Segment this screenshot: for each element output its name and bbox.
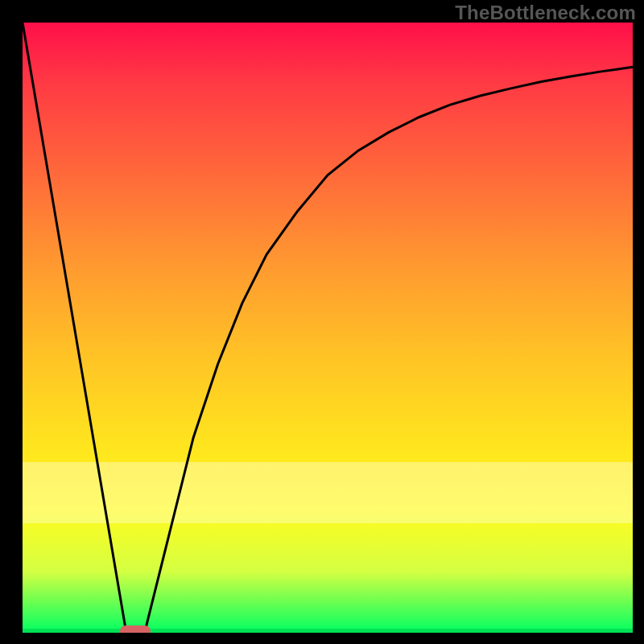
- minimum-marker: [120, 625, 151, 633]
- bottleneck-curve: [23, 23, 633, 633]
- plot-area: [23, 23, 633, 633]
- curve-right-segment: [145, 67, 633, 633]
- watermark-text: TheBottleneck.com: [455, 2, 636, 24]
- chart-frame: TheBottleneck.com: [0, 0, 644, 644]
- curve-left-segment: [23, 23, 126, 633]
